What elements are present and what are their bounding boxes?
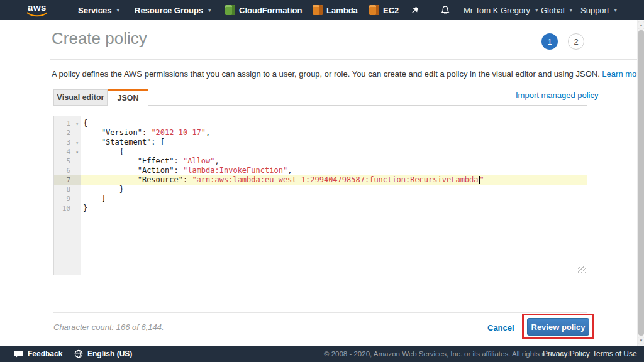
page-scrollbar[interactable]: ▲ ▼ [637,20,644,346]
nav-region-menu[interactable]: Global ▾ [541,0,572,20]
language-selector[interactable]: English (US) [74,346,132,362]
editor-code-area[interactable]: { "Version": "2012-10-17", "Statement": … [80,116,587,275]
nav-account-menu[interactable]: Mr Tom K Gregory ▾ [464,0,538,20]
step-indicator-1: 1 [541,33,558,50]
aws-logo[interactable]: aws [25,3,49,18]
nav-services-menu[interactable]: Services ▾ [78,0,119,20]
copyright-text: © 2008 - 2020, Amazon Web Services, Inc.… [324,346,572,362]
import-managed-policy-link[interactable]: Import managed policy [516,90,599,100]
lambda-icon [313,5,323,15]
active-line-number: 7 [54,175,80,185]
actions-divider [53,312,587,313]
footer-bar: Feedback English (US) © 2008 - 2020, Ama… [0,346,644,362]
scrollbar-up-arrow[interactable]: ▲ [638,21,644,29]
tab-visual-editor[interactable]: Visual editor [53,89,108,105]
code-line: "Action": "lambda:InvokeFunction", [80,166,587,175]
step-indicator-2: 2 [568,33,584,50]
chevron-down-icon: ▾ [117,7,120,13]
fold-arrow-icon[interactable]: ▾ [75,148,79,157]
aws-smile-icon [26,12,48,17]
terms-of-use-link[interactable]: Terms of Use [592,346,637,362]
fold-arrow-icon[interactable]: ▾ [75,119,79,129]
pushpin-icon [410,6,419,15]
globe-icon [74,349,83,358]
code-line-active: "Resource": "arn:aws:lambda:eu-west-1:29… [80,175,587,185]
page-title: Create policy [52,29,147,48]
editor-gutter: 1▾ 2 3▾ 4▾ 5 6 7 8 9 10 [54,116,80,275]
chevron-down-icon: ▾ [570,7,573,13]
fold-arrow-icon[interactable]: ▾ [75,138,79,148]
code-line: ] [80,194,587,204]
code-line: { [80,147,587,156]
nav-shortcut-cloudformation[interactable]: CloudFormation [225,0,302,20]
notifications-button[interactable] [440,0,450,20]
chevron-down-icon: ▾ [208,7,211,13]
chevron-down-icon: ▾ [535,7,538,13]
ec2-icon [369,5,379,15]
aws-logo-text: aws [25,3,49,12]
bell-icon [440,5,450,16]
nav-support-menu[interactable]: Support ▾ [580,0,617,20]
scrollbar-down-arrow[interactable]: ▼ [638,337,644,344]
code-line: } [80,204,587,213]
code-line: "Effect": "Allow", [80,156,587,166]
header-divider [50,59,637,60]
feedback-button[interactable]: Feedback [14,346,62,362]
code-line: "Statement": [ [80,138,587,147]
code-line: "Version": "2012-10-17", [80,128,587,138]
nav-shortcut-ec2[interactable]: EC2 [369,0,399,20]
nav-shortcut-lambda[interactable]: Lambda [313,0,358,20]
pin-shortcuts-button[interactable] [410,0,419,20]
tab-json[interactable]: JSON [108,89,148,106]
nav-resource-groups-menu[interactable]: Resource Groups ▾ [135,0,211,20]
scrollbar-thumb[interactable] [638,30,644,336]
chevron-down-icon: ▾ [614,7,618,13]
policy-description: A policy defines the AWS permissions tha… [52,69,644,79]
code-line: } [80,185,587,194]
privacy-policy-link[interactable]: Privacy Policy [543,346,590,362]
speech-bubble-icon [14,350,23,358]
editor-tabbar: Visual editor JSON [53,89,587,106]
json-policy-editor[interactable]: 1▾ 2 3▾ 4▾ 5 6 7 8 9 10 { "Version": "20… [53,116,587,275]
code-line: { [80,119,587,128]
cancel-button[interactable]: Cancel [487,323,514,332]
top-nav: aws Services ▾ Resource Groups ▾ CloudFo… [0,0,644,20]
cloudformation-icon [225,5,235,15]
review-policy-button[interactable]: Review policy [527,318,589,336]
editor-resize-handle[interactable] [578,266,586,274]
aws-console-page: aws Services ▾ Resource Groups ▾ CloudFo… [0,0,644,362]
character-count: Character count: 166 of 6,144. [53,322,164,332]
